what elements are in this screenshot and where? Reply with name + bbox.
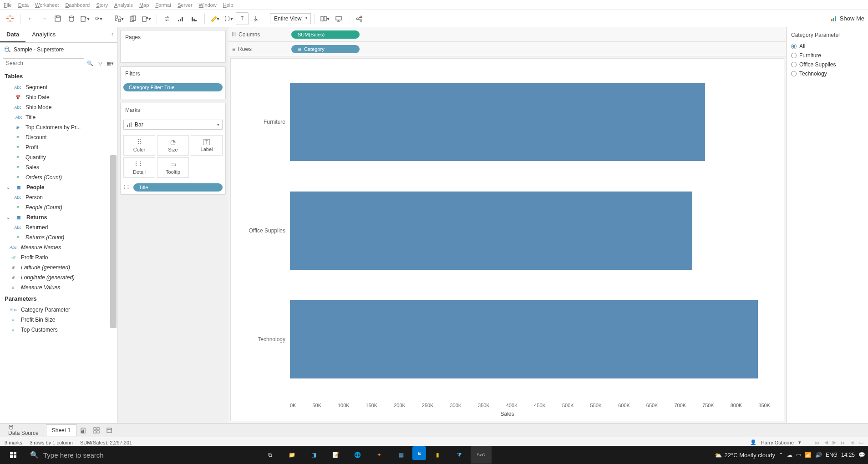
- menu-data[interactable]: Data: [18, 2, 29, 8]
- field-profit[interactable]: #Profit: [0, 142, 117, 152]
- label-button[interactable]: T: [236, 12, 249, 25]
- datasource-row[interactable]: Sample - Superstore: [0, 43, 117, 56]
- nav-prev-icon[interactable]: ◀: [824, 439, 828, 445]
- clock[interactable]: 14:25: [841, 452, 855, 458]
- bar[interactable]: [290, 300, 758, 378]
- sort-asc-button[interactable]: [174, 12, 187, 25]
- scrollbar-thumb[interactable]: [110, 155, 117, 328]
- status-user[interactable]: Harry Osborne: [761, 440, 794, 445]
- new-worksheet-icon[interactable]: [78, 425, 89, 436]
- field-latitude[interactable]: ⊕Latitude (generated): [0, 262, 117, 272]
- prep-icon[interactable]: ▦: [391, 446, 411, 464]
- menu-dashboard[interactable]: Dashboard: [65, 2, 90, 8]
- language-indicator[interactable]: ENG: [826, 452, 838, 458]
- menu-server[interactable]: Server: [178, 2, 192, 8]
- pages-shelf[interactable]: Pages: [120, 30, 226, 63]
- task-view-icon[interactable]: ⧉: [259, 446, 280, 464]
- filter-fields-icon[interactable]: ▽: [96, 59, 104, 67]
- field-ship-date[interactable]: 📅Ship Date: [0, 92, 117, 102]
- param-option[interactable]: All: [791, 42, 863, 51]
- user-dropdown-icon[interactable]: ▾: [798, 439, 801, 445]
- mark-label[interactable]: TLabel: [191, 135, 223, 156]
- new-dashboard-icon[interactable]: [91, 425, 102, 436]
- nav-last-icon[interactable]: ⏭: [841, 440, 846, 445]
- grid-view-icon[interactable]: ⊞: [850, 439, 854, 445]
- menu-worksheet[interactable]: Worksheet: [35, 2, 59, 8]
- param-category[interactable]: AbcCategory Parameter: [0, 305, 117, 315]
- field-measure-values[interactable]: #Measure Values: [0, 282, 117, 293]
- menu-format[interactable]: Format: [155, 2, 171, 8]
- field-longitude[interactable]: ⊕Longitude (generated): [0, 272, 117, 282]
- param-option[interactable]: Technology: [791, 69, 863, 78]
- filters-shelf[interactable]: Filters Category Filter: True: [120, 66, 226, 99]
- explorer-icon[interactable]: 📁: [281, 446, 302, 464]
- field-orders-count[interactable]: #Orders (Count): [0, 172, 117, 182]
- powerbi-icon[interactable]: ▮: [427, 446, 448, 464]
- chrome-icon[interactable]: 🌐: [347, 446, 368, 464]
- share-button[interactable]: [353, 12, 365, 25]
- onedrive-icon[interactable]: ☁: [787, 452, 792, 458]
- marks-title-pill[interactable]: Title: [133, 183, 223, 192]
- refresh-button[interactable]: ⟳▾: [92, 12, 105, 25]
- nav-next-icon[interactable]: ▶: [832, 439, 836, 445]
- field-top-customers[interactable]: ◉Top Customers by Pr...: [0, 122, 117, 132]
- field-returned[interactable]: AbcReturned: [0, 222, 117, 232]
- columns-shelf[interactable]: iiiColumns SUM(Sales): [228, 27, 786, 42]
- rows-shelf[interactable]: ≡Rows ⊞Category: [228, 42, 786, 56]
- cmd-icon[interactable]: S>G: [471, 446, 492, 464]
- new-datasource-button[interactable]: [65, 12, 78, 25]
- menu-map[interactable]: Map: [139, 2, 149, 8]
- volume-icon[interactable]: 🔊: [815, 452, 822, 458]
- alteryx-icon[interactable]: a: [412, 446, 426, 460]
- field-ship-mode[interactable]: AbcShip Mode: [0, 102, 117, 112]
- bar[interactable]: [290, 83, 705, 161]
- clear-button[interactable]: ▾: [140, 12, 153, 25]
- field-title[interactable]: =AbcTitle: [0, 112, 117, 122]
- mark-tooltip[interactable]: ▭Tooltip: [157, 157, 189, 178]
- sort-desc-button[interactable]: [188, 12, 201, 25]
- search-input[interactable]: [3, 58, 84, 68]
- show-cards-button[interactable]: ▾: [319, 12, 331, 25]
- nav-first-icon[interactable]: ⏮: [815, 440, 820, 445]
- start-button[interactable]: [3, 446, 24, 464]
- notepad-icon[interactable]: 📝: [325, 446, 346, 464]
- edge-icon[interactable]: ◨: [303, 446, 324, 464]
- tab-data[interactable]: Data: [0, 27, 25, 42]
- back-button[interactable]: ←: [24, 12, 37, 25]
- show-me-button[interactable]: Show Me: [831, 15, 864, 22]
- notifications-icon[interactable]: 💬: [858, 452, 865, 458]
- group-people[interactable]: ⌄▦People: [0, 182, 117, 192]
- collapse-pane-icon[interactable]: ‹: [108, 27, 117, 42]
- columns-pill[interactable]: SUM(Sales): [291, 30, 360, 39]
- datasource-tab[interactable]: Data Source: [3, 422, 44, 439]
- new-story-icon[interactable]: [104, 425, 115, 436]
- field-quantity[interactable]: #Quantity: [0, 152, 117, 162]
- forward-button[interactable]: →: [38, 12, 51, 25]
- pin-button[interactable]: [249, 12, 262, 25]
- view-mode-icon[interactable]: ▦▾: [106, 59, 114, 67]
- field-discount[interactable]: #Discount: [0, 132, 117, 142]
- viz-canvas[interactable]: FurnitureOffice SuppliesTechnology 0K50K…: [230, 58, 784, 421]
- param-top-customers[interactable]: #Top Customers: [0, 325, 117, 335]
- tray-chevron-icon[interactable]: ⌃: [779, 452, 783, 458]
- filmstrip-icon[interactable]: ▭: [859, 439, 863, 445]
- filter-pill[interactable]: Category Filter: True: [123, 83, 223, 91]
- weather-widget[interactable]: ⛅ 22°C Mostly cloudy: [715, 452, 775, 459]
- fit-dropdown[interactable]: Entire View: [270, 13, 311, 24]
- bar[interactable]: [290, 192, 692, 270]
- tableau-logo-icon[interactable]: [4, 12, 16, 25]
- mark-type-dropdown[interactable]: Bar: [123, 120, 223, 130]
- menu-analysis[interactable]: Analysis: [114, 2, 133, 8]
- taskbar-search[interactable]: 🔍 Type here to search: [25, 451, 157, 459]
- presentation-button[interactable]: [332, 12, 345, 25]
- field-sales[interactable]: #Sales: [0, 162, 117, 172]
- rows-pill[interactable]: ⊞Category: [291, 45, 360, 53]
- field-measure-names[interactable]: AbcMeasure Names: [0, 242, 117, 252]
- group-returns[interactable]: ⌄▦Returns: [0, 212, 117, 222]
- field-returns-count[interactable]: #Returns (Count): [0, 232, 117, 242]
- duplicate-button[interactable]: [127, 12, 139, 25]
- mark-size[interactable]: ◔Size: [157, 135, 189, 156]
- new-sheet-button[interactable]: ▾: [79, 12, 91, 25]
- field-profit-ratio[interactable]: =#Profit Ratio: [0, 252, 117, 262]
- param-option[interactable]: Furniture: [791, 51, 863, 60]
